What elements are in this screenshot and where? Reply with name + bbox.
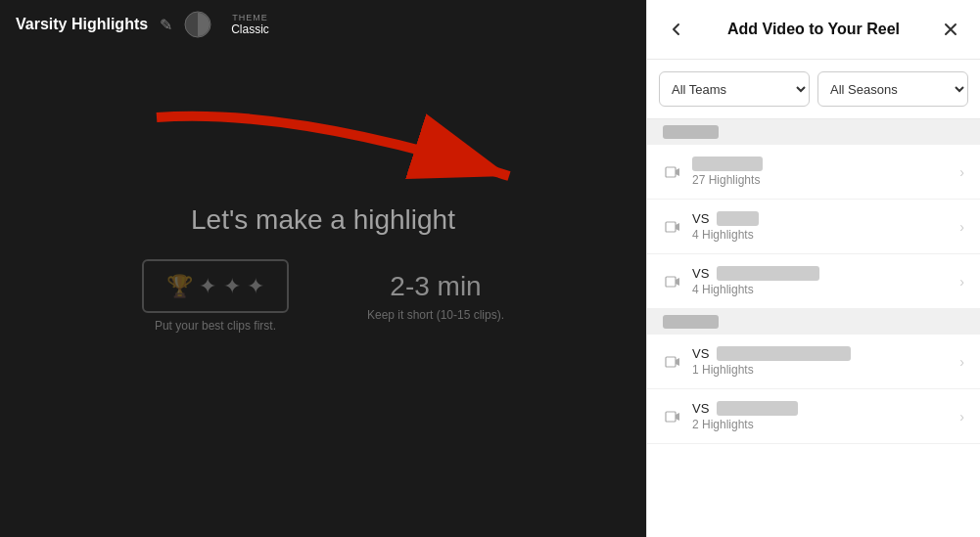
chevron-right-icon: ›: [959, 409, 964, 425]
item-content: VS 1 Highlights: [692, 346, 959, 377]
hint-label-clips: Put your best clips first.: [155, 319, 276, 333]
panel-title: Add Video to Your Reel: [690, 21, 937, 38]
close-icon: [942, 21, 959, 38]
item-content: VS 4 Highlights: [692, 266, 959, 296]
teams-filter[interactable]: All Teams: [659, 71, 810, 107]
filters-row: All Teams All Seasons: [647, 60, 980, 119]
item-title: VS: [692, 266, 959, 281]
chevron-right-icon: ›: [959, 219, 964, 235]
close-button[interactable]: [937, 16, 964, 43]
right-panel: Add Video to Your Reel All Teams All Sea…: [646, 0, 980, 537]
app-title: Varsity Highlights: [16, 16, 148, 33]
left-panel: Varsity Highlights ✎ THEME Classic Let's…: [0, 0, 646, 537]
item-title: [692, 157, 959, 171]
chevron-right-icon: ›: [959, 274, 964, 290]
video-icon: [663, 162, 682, 182]
item-title: VS: [692, 211, 959, 226]
video-icon: [663, 407, 682, 426]
theme-icon: [184, 11, 211, 38]
section-header-2: [647, 309, 980, 335]
hint-box-time: 2-3 min Keep it short (10-15 clips).: [367, 271, 504, 322]
item-title: VS: [692, 401, 959, 416]
trophy-box: 🏆 ✦ ✦ ✦: [142, 259, 289, 313]
bottom-hints: 🏆 ✦ ✦ ✦ Put your best clips first. 2-3 m…: [142, 259, 504, 333]
highlight-prompt: Let's make a highlight: [191, 204, 455, 236]
item-subtitle: 27 Highlights: [692, 173, 959, 187]
video-icon: [663, 217, 682, 237]
center-content: Let's make a highlight 🏆 ✦ ✦ ✦ Put your …: [142, 204, 504, 333]
video-icon: [663, 352, 682, 372]
section-header-1: [647, 119, 980, 145]
hint-label-time: Keep it short (10-15 clips).: [367, 308, 504, 322]
chevron-right-icon: ›: [959, 354, 964, 370]
list-item[interactable]: VS 1 Highlights ›: [647, 335, 980, 389]
theme-value: Classic: [231, 22, 269, 36]
panel-header: Add Video to Your Reel: [647, 0, 980, 60]
item-content: VS 2 Highlights: [692, 401, 959, 431]
item-subtitle: 2 Highlights: [692, 418, 959, 431]
back-icon: [668, 21, 685, 38]
seasons-filter[interactable]: All Seasons: [817, 71, 968, 107]
item-content: VS 4 Highlights: [692, 211, 959, 242]
item-title: VS: [692, 346, 959, 361]
theme-label: THEME: [232, 13, 268, 22]
back-button[interactable]: [663, 16, 690, 43]
video-icon: [663, 272, 682, 291]
item-subtitle: 4 Highlights: [692, 228, 959, 242]
arrow-indicator: [98, 98, 587, 215]
edit-icon[interactable]: ✎: [160, 16, 172, 34]
item-subtitle: 4 Highlights: [692, 283, 959, 296]
section-2-label: [663, 315, 719, 329]
list-item[interactable]: VS 2 Highlights ›: [647, 389, 980, 444]
list-item[interactable]: VS 4 Highlights ›: [647, 200, 980, 254]
hint-box-clips: 🏆 ✦ ✦ ✦ Put your best clips first.: [142, 259, 289, 333]
item-content: 27 Highlights: [692, 157, 959, 187]
chevron-right-icon: ›: [959, 164, 964, 180]
item-subtitle: 1 Highlights: [692, 363, 959, 377]
top-bar: Varsity Highlights ✎ THEME Classic: [0, 0, 646, 49]
list-item[interactable]: VS 4 Highlights ›: [647, 254, 980, 309]
time-text: 2-3 min: [390, 271, 481, 302]
theme-area: THEME Classic: [231, 13, 269, 36]
section-1-label: [663, 125, 719, 139]
list-item[interactable]: 27 Highlights ›: [647, 145, 980, 200]
